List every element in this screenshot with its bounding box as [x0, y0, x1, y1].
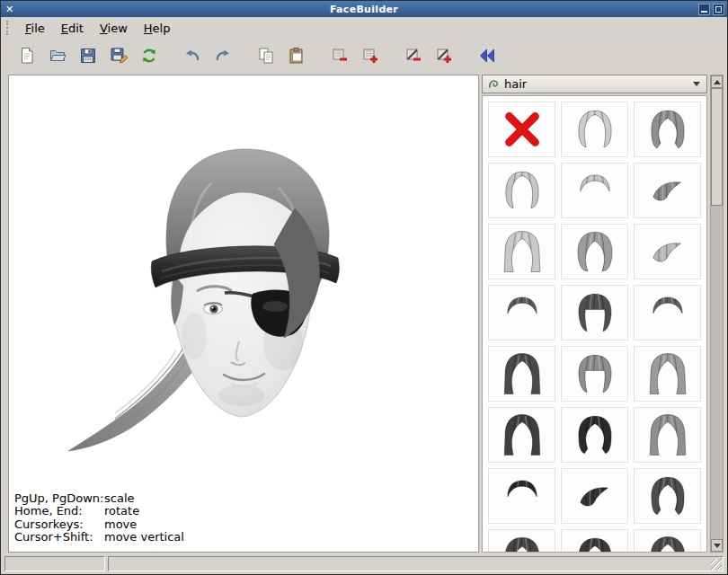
menu-help[interactable]: Help	[136, 19, 179, 38]
hair-style-icon	[498, 472, 546, 520]
hair-thumbnail[interactable]	[634, 163, 701, 218]
remove-element-button[interactable]	[326, 42, 353, 69]
hair-style-icon	[571, 349, 619, 398]
keyboard-hints: PgUp, PgDown:scaleHome, End:rotateCursor…	[14, 492, 184, 544]
hair-style-icon	[644, 288, 692, 337]
hair-thumbnail[interactable]	[634, 407, 701, 463]
maximize-button[interactable]	[713, 4, 724, 15]
hair-thumbnail[interactable]	[634, 224, 701, 279]
hair-style-icon	[644, 533, 692, 553]
menu-view[interactable]: View	[92, 19, 136, 38]
hair-thumbnail[interactable]	[488, 224, 555, 279]
hint-action: move	[104, 518, 137, 532]
hair-style-icon	[571, 411, 619, 459]
hint-row: Home, End:rotate	[14, 505, 184, 518]
hair-style-icon	[571, 227, 619, 276]
hair-none-thumbnail[interactable]	[488, 102, 555, 157]
hair-grid	[482, 95, 707, 553]
open-file-button[interactable]	[44, 42, 71, 69]
hair-style-icon	[498, 288, 546, 337]
hair-thumbnail[interactable]	[488, 468, 555, 524]
hair-style-icon	[644, 411, 692, 459]
hint-action: rotate	[104, 505, 139, 518]
save-icon	[78, 46, 98, 66]
hair-thumbnail[interactable]	[634, 102, 701, 157]
redo-icon	[213, 46, 233, 66]
hair-style-icon	[571, 472, 619, 520]
new-document-button[interactable]	[13, 42, 40, 69]
hair-thumbnail[interactable]	[561, 163, 628, 218]
menu-file[interactable]: File	[17, 19, 53, 38]
scrollbar-thumb[interactable]	[711, 88, 723, 206]
hair-thumbnail[interactable]	[488, 346, 555, 402]
hint-keys: PgUp, PgDown:	[14, 492, 104, 506]
main-area: PgUp, PgDown:scaleHome, End:rotateCursor…	[1, 73, 727, 554]
hair-thumbnail[interactable]	[561, 468, 628, 524]
face-canvas[interactable]: PgUp, PgDown:scaleHome, End:rotateCursor…	[8, 75, 479, 553]
status-message-area	[4, 556, 105, 571]
hint-keys: Cursor+Shift:	[14, 531, 104, 544]
scroll-down-button[interactable]	[711, 539, 723, 552]
hair-thumbnail[interactable]	[634, 346, 701, 402]
status-bar	[1, 554, 727, 574]
hair-style-icon	[498, 533, 546, 553]
category-dropdown[interactable]: hair	[482, 75, 707, 93]
open-file-icon	[48, 46, 67, 66]
panel-scrollbar[interactable]	[710, 75, 724, 553]
menu-bar: FileEditViewHelp	[1, 17, 727, 39]
decrease-detail-button[interactable]	[400, 42, 427, 69]
window-title: FaceBuilder	[1, 4, 727, 15]
hair-style-icon	[571, 166, 619, 215]
hair-thumbnail[interactable]	[561, 224, 628, 279]
paste-button[interactable]	[283, 42, 310, 69]
hint-action: move vertical	[104, 531, 184, 544]
rewind-button[interactable]	[474, 42, 501, 69]
reload-button[interactable]	[136, 42, 163, 69]
hair-style-icon	[644, 349, 692, 398]
menu-edit[interactable]: Edit	[53, 19, 92, 38]
minimize-button[interactable]	[698, 4, 710, 15]
save-as-button[interactable]	[105, 42, 132, 69]
scrollbar-track[interactable]	[711, 88, 723, 539]
hair-style-icon	[498, 166, 546, 215]
menu-tearoff-handle[interactable]	[6, 21, 13, 35]
category-value: hair	[504, 77, 688, 91]
undo-icon	[182, 46, 202, 66]
undo-button[interactable]	[179, 42, 206, 69]
redo-button[interactable]	[209, 42, 236, 69]
hair-thumbnail[interactable]	[488, 285, 555, 341]
status-info-area	[108, 556, 724, 571]
increase-detail-icon	[434, 46, 454, 66]
add-element-button[interactable]	[357, 42, 384, 69]
hair-thumbnail[interactable]	[488, 163, 555, 218]
toolbar	[1, 39, 727, 73]
hair-style-icon	[644, 166, 692, 215]
save-button[interactable]	[75, 42, 102, 69]
hair-thumbnail[interactable]	[561, 407, 628, 463]
hair-thumbnail[interactable]	[634, 285, 701, 341]
hair-thumbnail[interactable]	[561, 346, 628, 402]
hair-thumbnail[interactable]	[634, 529, 701, 553]
decrease-detail-icon	[404, 46, 423, 66]
hair-style-icon	[644, 227, 692, 276]
new-document-icon	[17, 46, 37, 66]
scroll-up-button[interactable]	[711, 75, 723, 88]
hair-style-icon	[571, 288, 619, 337]
resize-grip[interactable]	[711, 559, 722, 570]
hair-thumbnail[interactable]	[561, 285, 628, 341]
hair-style-icon	[571, 105, 619, 154]
increase-detail-button[interactable]	[431, 42, 457, 69]
hair-thumbnail[interactable]	[488, 407, 555, 463]
reload-icon	[139, 46, 159, 66]
hair-thumbnail[interactable]	[488, 529, 555, 553]
hair-style-icon	[498, 411, 546, 459]
hair-thumbnail[interactable]	[561, 529, 628, 553]
copy-button[interactable]	[253, 42, 280, 69]
hint-row: PgUp, PgDown:scale	[14, 492, 184, 506]
hair-thumbnail[interactable]	[634, 468, 701, 524]
hair-thumbnail[interactable]	[561, 102, 628, 157]
no-hair-icon	[498, 105, 546, 154]
hair-style-icon	[571, 533, 619, 553]
copy-icon	[256, 46, 276, 66]
titlebar[interactable]: ✕ FaceBuilder	[1, 1, 727, 17]
